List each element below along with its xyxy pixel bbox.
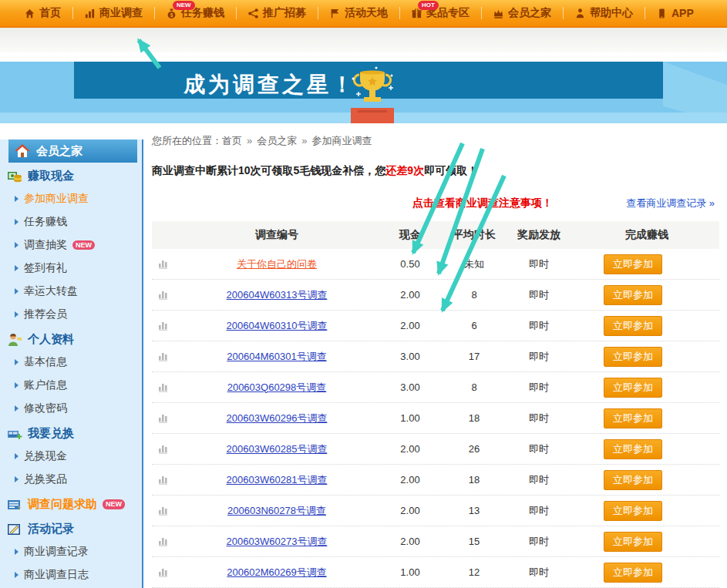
- survey-notes-link[interactable]: 点击查看商业调查注意事项！: [412, 197, 553, 210]
- crown-icon: [493, 8, 504, 19]
- join-now-button[interactable]: 立即参加: [604, 285, 662, 305]
- action-cell: 立即参加: [574, 254, 719, 274]
- bar-chart-icon: [158, 536, 178, 546]
- bullet-icon: [15, 311, 19, 318]
- survey-link[interactable]: 200604W60310号调查: [227, 320, 328, 331]
- duration-cell: 8: [445, 289, 503, 301]
- survey-link[interactable]: 200602M60269号调查: [227, 566, 326, 578]
- survey-link[interactable]: 200603N60278号调查: [227, 505, 326, 516]
- survey-link[interactable]: 200604W60313号调查: [227, 289, 328, 301]
- sub-nav-strip: [0, 28, 727, 52]
- survey-link[interactable]: 200603Q60298号调查: [227, 381, 327, 393]
- payout-cell: 即时: [503, 566, 574, 580]
- join-now-button[interactable]: 立即参加: [604, 470, 662, 490]
- join-now-button[interactable]: 立即参加: [604, 316, 662, 336]
- header-cell: 奖励发放: [503, 228, 574, 242]
- cash-cell: 2.00: [375, 443, 445, 455]
- sidebar-group-help-doc[interactable]: ?调查问题求助NEW: [4, 491, 142, 516]
- sidebar-group-exchange[interactable]: 我要兑换: [4, 420, 142, 445]
- sidebar-item-label: 修改密码: [24, 402, 67, 415]
- sidebar-item[interactable]: 商业调查记录: [4, 540, 142, 563]
- duration-cell: 17: [445, 351, 503, 362]
- survey-link[interactable]: 200603W60273号调查: [227, 536, 328, 547]
- breadcrumb-items: 首页»会员之家»参加商业调查: [222, 135, 372, 146]
- sidebar-item[interactable]: 参加商业调查: [4, 187, 142, 210]
- nav-item-share[interactable]: 推广招募: [236, 0, 318, 26]
- survey-records-link[interactable]: 查看商业调查记录 »: [626, 197, 715, 210]
- join-now-button[interactable]: 立即参加: [604, 532, 662, 552]
- sidebar-item[interactable]: 签到有礼: [4, 257, 142, 280]
- duration-cell: 18: [445, 412, 503, 424]
- table-row: 200604W60310号调查2.006即时立即参加: [152, 311, 719, 341]
- survey-link[interactable]: 200603W60296号调查: [227, 412, 328, 424]
- sidebar-item[interactable]: 兑换奖品: [4, 468, 142, 491]
- nav-item-crown[interactable]: 会员之家: [481, 0, 563, 26]
- main-content: 您所在的位置：首页»会员之家»参加商业调查 商业调查中断累计10次可领取5毛钱现…: [143, 123, 727, 588]
- bullet-icon: [15, 572, 19, 578]
- action-cell: 立即参加: [574, 378, 719, 398]
- nav-item-label: 首页: [39, 6, 61, 20]
- duration-cell: 13: [445, 505, 503, 516]
- sidebar-group-records[interactable]: 活动记录: [4, 516, 142, 540]
- duration-cell: 26: [445, 443, 503, 455]
- sidebar-item[interactable]: 账户信息: [4, 374, 142, 397]
- breadcrumb-link[interactable]: 参加商业调查: [311, 135, 372, 146]
- badge-new: NEW: [173, 1, 195, 10]
- survey-link[interactable]: 200604M60301号调查: [227, 351, 326, 362]
- records-icon: [7, 522, 22, 536]
- join-now-button[interactable]: 立即参加: [604, 378, 662, 398]
- sidebar-item[interactable]: 任务赚钱: [4, 210, 142, 234]
- duration-cell: 8: [445, 381, 503, 393]
- duration-cell: 15: [445, 536, 503, 547]
- nav-item-money-bag[interactable]: $任务赚钱NEW: [154, 0, 236, 26]
- breadcrumb-link[interactable]: 会员之家: [257, 135, 297, 146]
- join-now-button[interactable]: 立即参加: [604, 501, 662, 521]
- sidebar-group-cash[interactable]: 赚取现金: [4, 163, 142, 187]
- sidebar-header[interactable]: 会员之家: [8, 139, 137, 163]
- sidebar-item-label: 推荐会员: [24, 307, 67, 321]
- nav-item-phone[interactable]: APP: [645, 0, 705, 26]
- compensation-notice: 商业调查中断累计10次可领取5毛钱现金补偿，您还差9次即可领取！: [152, 164, 719, 178]
- survey-link[interactable]: 200603W60285号调查: [227, 443, 328, 455]
- home-icon: [24, 8, 35, 19]
- nav-item-chart[interactable]: 商业调查: [72, 0, 154, 26]
- nav-item-label: APP: [671, 7, 694, 19]
- join-now-button[interactable]: 立即参加: [604, 408, 662, 428]
- svg-text:?: ?: [18, 504, 22, 511]
- survey-name-cell: 200603W60285号调查: [178, 442, 375, 456]
- survey-name-cell: 200604W60313号调查: [178, 288, 375, 302]
- bullet-icon: [15, 288, 19, 294]
- sidebar-group-person[interactable]: 个人资料: [4, 326, 142, 351]
- sidebar-item[interactable]: 调查抽奖NEW: [4, 234, 142, 257]
- sidebar-item[interactable]: 兑换现金: [4, 445, 142, 468]
- breadcrumb: 您所在的位置：首页»会员之家»参加商业调查: [152, 134, 719, 148]
- nav-item-help[interactable]: 帮助中心: [563, 0, 645, 26]
- bar-chart-icon: [158, 259, 178, 269]
- duration-cell: 6: [445, 320, 503, 331]
- nav-item-flag[interactable]: 活动天地: [318, 0, 399, 26]
- sidebar-item[interactable]: 基本信息: [4, 351, 142, 374]
- sidebar-item[interactable]: 商业调查日志: [4, 563, 142, 586]
- join-now-button[interactable]: 立即参加: [604, 439, 662, 459]
- sidebar-item[interactable]: 修改密码: [4, 397, 142, 420]
- survey-link[interactable]: 200603W60281号调查: [227, 474, 328, 486]
- sidebar-item[interactable]: 幸运大转盘: [4, 280, 142, 303]
- nav-item-home[interactable]: 首页: [12, 0, 72, 26]
- survey-link[interactable]: 关于你自己的问卷: [237, 258, 317, 270]
- table-row: 200603W60296号调查1.0018即时立即参加: [152, 403, 719, 434]
- chart-icon: [84, 8, 96, 19]
- breadcrumb-link[interactable]: 首页: [222, 135, 242, 146]
- help-doc-icon: ?: [7, 498, 22, 512]
- bar-chart-icon: [158, 475, 178, 485]
- join-now-button[interactable]: 立即参加: [604, 254, 662, 274]
- join-now-button[interactable]: 立即参加: [604, 347, 662, 367]
- nav-item-gift[interactable]: 奖品专区HOT: [399, 0, 481, 26]
- bar-chart-icon: [158, 290, 178, 300]
- promo-banner[interactable]: 成为调查之星！: [0, 62, 727, 123]
- join-now-button[interactable]: 立即参加: [604, 563, 662, 583]
- header-cell: 现金: [375, 228, 445, 242]
- sidebar-item[interactable]: 推荐会员: [4, 303, 142, 326]
- bullet-icon: [15, 476, 19, 482]
- nav-item-label: 活动天地: [345, 6, 388, 20]
- payout-cell: 即时: [503, 504, 574, 518]
